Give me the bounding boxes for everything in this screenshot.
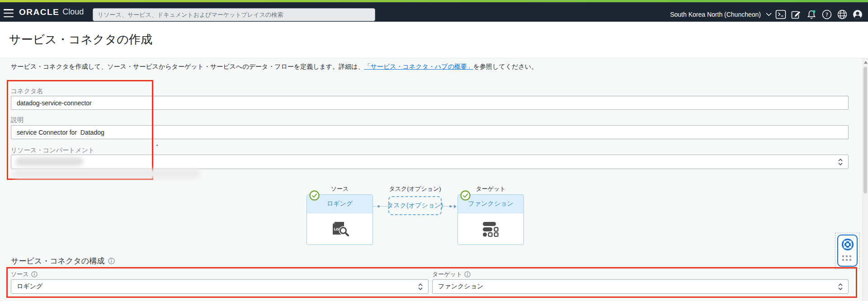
- user-avatar-icon[interactable]: [850, 5, 865, 24]
- logo-oracle-text: ORACLE: [19, 7, 59, 17]
- intro-after-link: を参照してください。: [473, 63, 538, 70]
- config-section-heading-row: サービス・コネクタの構成: [11, 256, 115, 266]
- life-ring-icon: [841, 238, 854, 251]
- connector-name-input[interactable]: [11, 96, 849, 110]
- widget-drag-handle[interactable]: [842, 255, 853, 261]
- scrollbar-thumb[interactable]: [863, 67, 867, 193]
- chevron-down-icon[interactable]: [764, 5, 773, 24]
- intro-text: サービス・コネクタを作成して、ソース・サービスからターゲット・サービスへのデータ…: [11, 63, 538, 71]
- select-updown-chevron-icon: [418, 283, 423, 290]
- connector-line-right: [442, 206, 455, 207]
- region-selector[interactable]: South Korea North (Chuncheon): [670, 11, 761, 18]
- language-globe-icon[interactable]: [835, 5, 850, 24]
- topbar-right-cluster: South Korea North (Chuncheon): [670, 5, 865, 24]
- oracle-cloud-logo[interactable]: ORACLE Cloud: [19, 2, 84, 22]
- overview-link[interactable]: 「サービス・コネクタ・ハブの概要」: [364, 63, 473, 70]
- announcements-icon[interactable]: [788, 5, 804, 24]
- content-background: [0, 58, 868, 301]
- search-input[interactable]: [93, 8, 375, 21]
- connector-name-label: コネクタ名: [11, 87, 43, 95]
- config-target-label-row: ターゲット: [432, 270, 471, 278]
- config-heading-text: サービス・コネクタの構成: [11, 256, 104, 266]
- target-select[interactable]: ファンクション: [432, 279, 849, 294]
- compartment-select[interactable]: [11, 155, 849, 169]
- description-input[interactable]: [11, 125, 849, 139]
- select-updown-chevron-icon: [838, 159, 843, 165]
- notifications-bell-icon[interactable]: [804, 5, 819, 24]
- source-card: ロギング LOGS: [307, 194, 373, 245]
- scrollbar-up-arrow-icon[interactable]: [864, 61, 868, 64]
- page-title: サービス・コネクタの作成: [9, 32, 152, 47]
- help-widget-button[interactable]: [837, 235, 858, 267]
- logging-logs-icon: LOGS: [329, 221, 351, 238]
- stray-dot: [156, 145, 158, 146]
- select-updown-chevron-icon: [838, 283, 843, 290]
- config-source-label-row: ソース: [11, 270, 38, 278]
- task-optional-box: タスク(オプション): [388, 196, 442, 215]
- redacted-compartment-value: [15, 157, 83, 166]
- target-card: ファンクション: [458, 194, 524, 245]
- help-icon[interactable]: ?: [819, 5, 835, 24]
- connector-dot-left: [377, 205, 380, 207]
- target-complete-check-icon: [460, 190, 471, 201]
- info-icon[interactable]: [108, 258, 115, 264]
- redacted-compartment-path: [13, 169, 200, 179]
- hamburger-menu-icon[interactable]: [4, 9, 14, 17]
- top-navigation-bar: ORACLE Cloud South Korea North (Chuncheo…: [0, 2, 868, 22]
- cloud-shell-icon[interactable]: [773, 5, 788, 24]
- compartment-label: リソース・コンパートメント: [11, 146, 94, 155]
- svg-text:?: ?: [826, 11, 828, 18]
- diagram-task-label: タスク(オプション): [383, 185, 447, 193]
- info-icon[interactable]: [31, 271, 38, 277]
- source-complete-check-icon: [309, 190, 320, 201]
- source-select[interactable]: ロギング: [11, 279, 429, 294]
- description-label: 説明: [11, 116, 24, 124]
- config-target-label: ターゲット: [432, 270, 462, 278]
- connector-line-left: [373, 206, 388, 207]
- connector-dot-right: [449, 205, 452, 207]
- info-icon[interactable]: [464, 271, 471, 277]
- logo-cloud-text: Cloud: [62, 7, 84, 17]
- intro-before-link: サービス・コネクタを作成して、ソース・サービスからターゲット・サービスへのデータ…: [11, 63, 364, 70]
- functions-icon: [482, 221, 500, 237]
- connector-arrow-icon: [454, 205, 457, 208]
- oracle-cloud-console: ORACLE Cloud South Korea North (Chuncheo…: [0, 0, 868, 301]
- config-source-label: ソース: [11, 270, 29, 278]
